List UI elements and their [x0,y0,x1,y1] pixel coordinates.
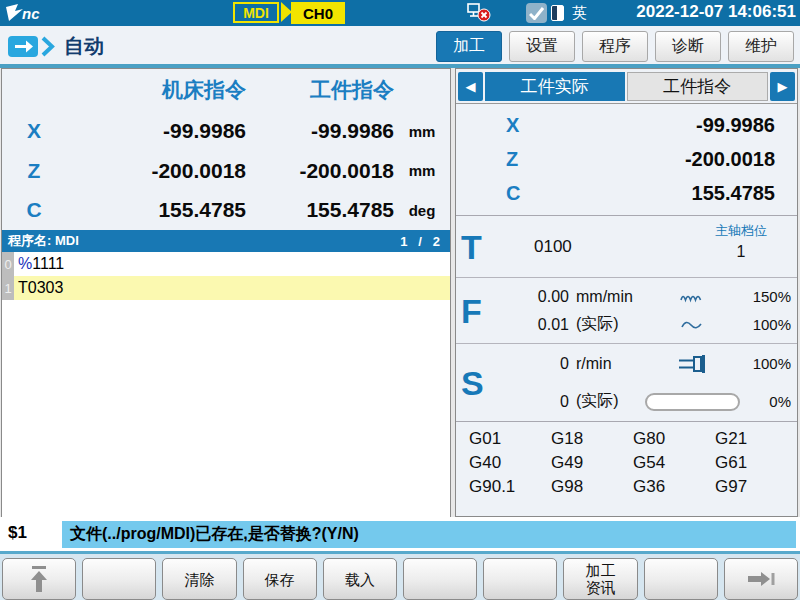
softkey-next-menu[interactable] [724,558,798,600]
spindle-actual-value: 0 [513,393,569,411]
softkey-clear[interactable]: 清除 [162,558,236,600]
tool-letter: T [461,227,482,266]
spindle-command-line: 0 r/min 100% [513,353,791,375]
spindle-letter: S [461,363,484,402]
softkey-label: 保存 [265,571,295,588]
program-line-text: T0303 [18,279,63,297]
softkey-load[interactable]: 载入 [323,558,397,600]
gcode: G61 [715,453,797,477]
column-header-machine: 机床指令 [66,76,246,104]
main-tab-bar: 加工 设置 程序 诊断 维护 [436,31,794,62]
table-row: X -99.9986 [456,109,797,141]
spindle-actual-suffix: (实际) [569,391,641,412]
actual-position-table: X -99.9986 Z -200.0018 C 155.4785 [456,104,797,216]
network-error-icon [466,2,492,24]
nav-bar: 自动 加工 设置 程序 诊断 维护 [0,26,800,68]
tool-number: 0100 [534,237,572,257]
gcode: G21 [715,429,797,453]
prompt-message-bar: 文件(../prog/MDI)已存在,是否替换?(Y/N) [62,521,796,548]
softkey-return-top[interactable] [2,558,76,600]
line-number: 0 [2,252,14,276]
unit-label: deg [394,202,450,219]
message-row: $1 文件(../prog/MDI)已存在,是否替换?(Y/N) [0,517,800,551]
feed-section: F 0.00 mm/min 150% 0.01 (实际) [456,278,797,344]
program-line-text: 1111 [32,255,64,273]
tab-settings[interactable]: 设置 [509,31,575,62]
feed-actual-value: 0.01 [513,316,569,334]
tab-maintenance[interactable]: 维护 [728,31,794,62]
spindle-gear-box: 主轴档位 1 [715,222,767,261]
spindle-override-rate: 100% [743,355,791,372]
feed-override-rate: 150% [743,288,791,305]
gcode: G98 [551,477,633,501]
softkey-save[interactable]: 保存 [243,558,317,600]
jog-override-icon [641,319,743,331]
program-editor[interactable]: 0 %1111 1 T0303 [2,252,450,517]
mode-badge: MDI [233,2,279,23]
modal-gcode-list: G01 G18 G80 G21 G40 G49 G54 G61 G90.1 G9… [456,422,797,501]
softkey-blank-3[interactable] [483,558,557,600]
softkey-label: 资讯 [586,579,616,596]
axis-label: X [506,114,536,137]
axis-label: Z [2,159,66,183]
tab-machining[interactable]: 加工 [436,31,502,62]
softkey-blank-4[interactable] [644,558,718,600]
gcode: G80 [633,429,715,453]
program-line-prefix: % [18,255,32,273]
status-panel: ◀ 工件实际 工件指令 ▶ X -99.9986 Z -200.0018 C 1… [455,68,798,517]
feed-letter: F [461,291,482,330]
softkey-machining-info[interactable]: 加工 资讯 [563,558,637,600]
next-menu-arrow-icon [746,570,776,588]
program-name: 程序名: MDI [8,232,79,250]
spindle-command-value: 0 [513,355,569,373]
program-line[interactable]: 0 %1111 [2,252,450,276]
softkey-bar: 清除 保存 载入 加工 资讯 [0,551,800,600]
softkey-blank-1[interactable] [82,558,156,600]
spindle-gear-label: 主轴档位 [715,222,767,240]
gcode: G54 [633,453,715,477]
tab-work-command[interactable]: 工件指令 [627,72,769,101]
tab-work-actual[interactable]: 工件实际 [485,72,625,101]
gcode: G01 [469,429,551,453]
unit-label: mm [394,123,450,140]
jog-override-rate: 100% [743,316,791,333]
table-row: Z -200.0018 [456,143,797,175]
channel-indicator: $1 [8,523,27,543]
prompt-message-text: 文件(../prog/MDI)已存在,是否替换?(Y/N) [62,524,359,545]
tab-diagnosis[interactable]: 诊断 [655,31,721,62]
feed-actual-suffix: (实际) [569,314,641,335]
next-tab-button[interactable]: ▶ [770,72,795,101]
tool-section: T 0100 主轴档位 1 [456,216,797,278]
line-number: 1 [2,276,14,300]
gcode: G49 [551,453,633,477]
program-line-current[interactable]: 1 T0303 [2,276,450,300]
feed-unit: mm/min [569,288,641,306]
machine-value: -99.9986 [66,119,246,143]
spindle-override-icon [641,354,743,374]
axis-label: Z [506,148,536,171]
spindle-actual-line: 0 (实际) 0% [513,391,791,413]
ime-indicator-icon [551,5,564,21]
position-program-panel: 机床指令 工件指令 X -99.9986 -99.9986 mm Z -200.… [1,68,451,517]
gcode: G18 [551,429,633,453]
feed-command-value: 0.00 [513,288,569,306]
axis-value: -200.0018 [536,148,797,171]
up-arrow-icon [28,566,50,593]
feed-command-line: 0.00 mm/min 150% [513,286,791,308]
gcode: G97 [715,477,797,501]
axis-value: 155.4785 [536,182,797,205]
gcode: G36 [633,477,715,501]
column-header-work: 工件指令 [246,76,394,104]
auto-mode-icon [8,34,56,59]
gcode: G90.1 [469,477,551,501]
machine-value: -200.0018 [66,159,246,183]
axis-value: -99.9986 [536,114,797,137]
softkey-blank-2[interactable] [403,558,477,600]
prev-tab-button[interactable]: ◀ [458,72,483,101]
language-indicator: 英 [572,4,587,23]
hnc-logo-icon: nc [6,4,66,22]
unit-label: mm [394,162,450,179]
softkey-label: 加工 [586,562,616,579]
tab-program[interactable]: 程序 [582,31,648,62]
program-page-indicator: 1 / 2 [400,234,440,249]
